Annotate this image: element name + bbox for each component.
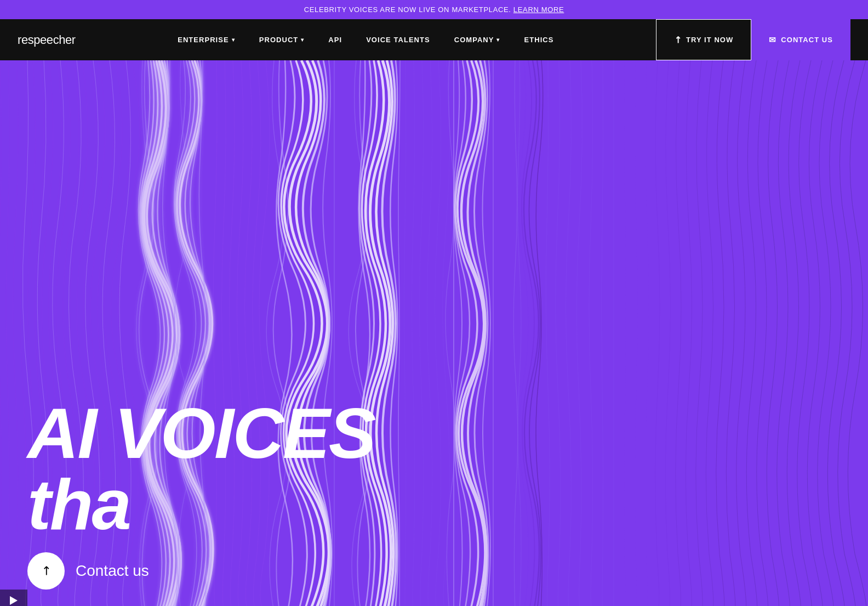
try-it-now-label: TRY IT NOW (686, 36, 733, 44)
hero-contact-label: Contact us (76, 562, 149, 580)
nav-label-product: PRODUCT (259, 36, 299, 44)
hero-contact-button[interactable]: ↗ (20, 545, 72, 597)
nav-item-enterprise[interactable]: ENTERPRISE ▾ (165, 30, 247, 49)
announcement-link[interactable]: LEARN MORE (513, 5, 564, 14)
nav-item-voice-talents[interactable]: VOICE TALENTS (354, 30, 442, 49)
navbar: respeecher ENTERPRISE ▾ PRODUCT ▾ API VO… (0, 19, 868, 60)
nav-label-enterprise: ENTERPRISE (178, 36, 229, 44)
hero-title-line2: tha (27, 469, 375, 540)
nav-ctas: ↗ TRY IT NOW ✉ CONTACT US (656, 19, 850, 60)
logo[interactable]: respeecher (18, 33, 76, 47)
nav-label-company: COMPANY (454, 36, 494, 44)
nav-label-api: API (328, 36, 342, 44)
hero-title-line1: AI VOICES (27, 398, 375, 469)
nav-item-api[interactable]: API (316, 30, 354, 49)
nav-label-ethics: ETHICS (524, 36, 554, 44)
announcement-bar: CELEBRITY VOICES ARE NOW LIVE ON MARKETP… (0, 0, 868, 19)
hero-cta: ↗ Contact us (27, 552, 149, 590)
nav-item-product[interactable]: PRODUCT ▾ (247, 30, 317, 49)
mail-icon: ✉ (769, 35, 776, 45)
try-it-now-button[interactable]: ↗ TRY IT NOW (656, 19, 751, 60)
arrow-icon: ↗ (37, 562, 54, 579)
nav-item-company[interactable]: COMPANY ▾ (442, 30, 512, 49)
play-triangle-icon (10, 596, 18, 605)
contact-us-button[interactable]: ✉ CONTACT US (751, 19, 850, 60)
nav-item-ethics[interactable]: ETHICS (512, 30, 566, 49)
nav-links: ENTERPRISE ▾ PRODUCT ▾ API VOICE TALENTS… (76, 30, 656, 49)
hero-text-content: AI VOICES tha (27, 398, 375, 540)
chevron-down-icon: ▾ (301, 37, 304, 43)
nav-label-voice-talents: VOICE TALENTS (366, 36, 430, 44)
arrow-icon: ↗ (671, 33, 684, 46)
chevron-down-icon: ▾ (496, 37, 500, 43)
announcement-text: CELEBRITY VOICES ARE NOW LIVE ON MARKETP… (304, 5, 511, 14)
play-button[interactable] (0, 590, 27, 606)
chevron-down-icon: ▾ (232, 37, 235, 43)
hero-section: AI VOICES tha ↗ Contact us (0, 60, 868, 606)
contact-us-label: CONTACT US (781, 36, 833, 44)
